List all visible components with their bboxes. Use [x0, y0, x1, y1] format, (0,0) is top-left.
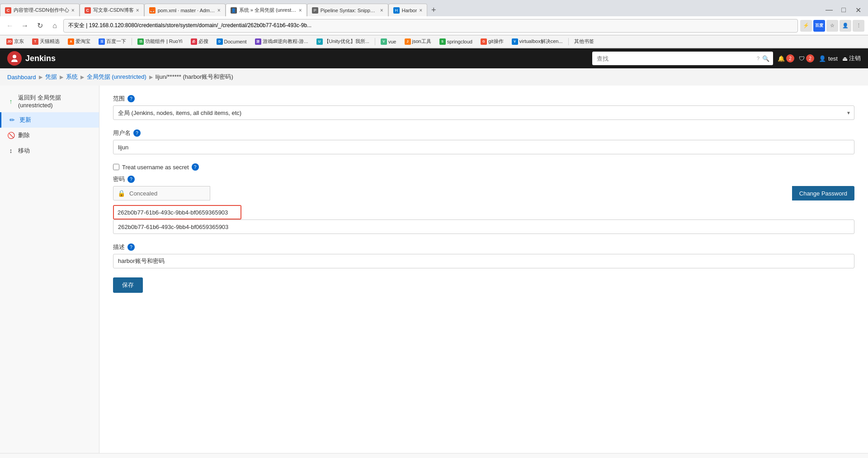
jenkins-app: Jenkins 🔍 ? 🔔 2 🛡 2 👤 test ⏏ 注销 [0, 48, 868, 458]
tab-close-4[interactable]: × [299, 7, 302, 14]
tab-csdn-content[interactable]: C 内容管理-CSDN创作中心 × [0, 4, 80, 16]
bookmark-unity[interactable]: U 【Unity优化】我所... [314, 37, 372, 46]
bookmark-vb-icon: V [512, 38, 518, 45]
scope-section: 范围 ? 全局 (Jenkins, nodes, items, all chil… [113, 95, 854, 120]
breadcrumb-dashboard[interactable]: Dashboard [7, 74, 36, 81]
password-help-icon[interactable]: ? [127, 176, 135, 183]
username-section: 用户名 ? [113, 129, 854, 154]
bookmark-doc-icon: D [217, 38, 223, 45]
bookmark-aitaobao[interactable]: A 爱淘宝 [65, 37, 93, 46]
id-highlighted-input[interactable] [114, 206, 241, 219]
sidebar-item-move[interactable]: ↕ 移动 [0, 143, 99, 158]
bookmark-bisou[interactable]: 必 必搜 [188, 37, 211, 46]
forward-button[interactable]: → [19, 19, 31, 32]
security-count: 2 [806, 54, 814, 62]
tab-pom[interactable]: 🦊 pom.xml · master · Administ... × [144, 4, 226, 16]
bookmark-bisou-label: 必搜 [198, 38, 208, 45]
tab-close-5[interactable]: × [380, 7, 383, 14]
treat-username-checkbox[interactable] [113, 164, 119, 170]
bookmark-more[interactable]: 其他书签 [571, 37, 597, 46]
maximize-button[interactable]: □ [837, 4, 850, 16]
description-input[interactable] [113, 254, 854, 268]
refresh-button[interactable]: ↻ [33, 19, 46, 32]
bookmark-ruoyi-label: 功能组件 | RuoYi [145, 38, 183, 45]
close-button[interactable]: ✕ [852, 4, 864, 16]
extensions-button[interactable]: ⚡ [800, 20, 812, 32]
bookmark-sc-label: springcloud [447, 39, 472, 44]
bookmark-git[interactable]: G git操作 [478, 37, 506, 46]
logout-icon: ⏏ [842, 55, 848, 62]
treat-username-help-icon[interactable]: ? [192, 163, 199, 171]
breadcrumb-system[interactable]: 系统 [66, 73, 78, 81]
main-content: 范围 ? 全局 (Jenkins, nodes, items, all chil… [99, 86, 868, 453]
username-help-icon[interactable]: ? [133, 129, 141, 137]
sidebar-item-update[interactable]: ✏ 更新 [0, 112, 99, 128]
baidu-ext-button[interactable]: 百度 [813, 20, 825, 32]
sidebar-item-back[interactable]: ↑ 返回到 全局凭据 (unrestricted) [0, 90, 99, 112]
scope-select[interactable]: 全局 (Jenkins, nodes, items, all child ite… [113, 105, 854, 120]
menu-button[interactable]: ⋮ [853, 20, 864, 32]
bookmark-vue[interactable]: V vue [378, 38, 399, 46]
id-background-input[interactable] [113, 219, 854, 234]
bookmark-doc-label: Document [224, 39, 247, 44]
logout-button[interactable]: ⏏ 注销 [842, 54, 861, 62]
breadcrumb-sep-3: ▶ [80, 74, 84, 80]
tab-label-6: Harbor [402, 8, 417, 13]
id-overlap-container [113, 219, 854, 234]
user-menu[interactable]: 👤 test [819, 55, 838, 62]
bookmark-ruoyi-icon: 功 [137, 38, 144, 45]
browser-chrome: C 内容管理-CSDN创作中心 × C 写文章-CSDN博客 × 🦊 pom.x… [0, 0, 868, 48]
sidebar-item-delete[interactable]: 🚫 删除 [0, 128, 99, 143]
bookmark-unity-label: 【Unity优化】我所... [324, 38, 369, 45]
bookmark-git-icon: G [481, 38, 487, 45]
tab-harbor[interactable]: H Harbor × [388, 4, 428, 16]
address-bar[interactable] [63, 19, 798, 33]
security-badge[interactable]: 🛡 2 [799, 54, 814, 62]
tab-jenkins-credentials[interactable]: 👤 系统 » 全局凭据 (unrestric... × [226, 4, 307, 16]
bookmark-json[interactable]: J json工具 [402, 37, 434, 46]
bookmark-game[interactable]: 游 游戏dll逆向教程-游... [252, 37, 311, 46]
minimize-button[interactable]: — [823, 4, 835, 16]
breadcrumb-global-credentials[interactable]: 全局凭据 (unrestricted) [87, 73, 146, 81]
bookmark-more-label: 其他书签 [574, 38, 594, 45]
scope-help-icon[interactable]: ? [127, 95, 135, 102]
profile-button[interactable]: 👤 [840, 20, 851, 32]
breadcrumb-sep-4: ▶ [149, 74, 153, 80]
breadcrumb-credentials[interactable]: 凭据 [45, 73, 57, 81]
tab-csdn-write[interactable]: C 写文章-CSDN博客 × [80, 4, 144, 16]
bookmark-document[interactable]: D Document [214, 38, 250, 46]
description-help-icon[interactable]: ? [127, 243, 135, 251]
password-input[interactable] [113, 186, 210, 200]
tab-label-2: 写文章-CSDN博客 [93, 7, 134, 14]
change-password-button[interactable]: Change Password [792, 186, 854, 200]
id-section: ID ? [113, 210, 854, 234]
tab-close-2[interactable]: × [136, 7, 139, 14]
bookmark-tianmao[interactable]: T 天猫精选 [29, 37, 62, 46]
notifications-bell[interactable]: 🔔 2 [778, 54, 794, 62]
home-button[interactable]: ⌂ [48, 19, 61, 32]
bookmark-virtualbox[interactable]: V virtualbox解决cen... [509, 37, 566, 46]
bookmark-game-icon: 游 [255, 38, 261, 45]
bookmark-ruoyi[interactable]: 功 功能组件 | RuoYi [135, 37, 185, 46]
jenkins-search[interactable]: 🔍 ? [592, 52, 773, 65]
description-section: 描述 ? [113, 243, 854, 268]
search-input[interactable] [592, 52, 773, 65]
bookmark-jd[interactable]: JD 京东 [4, 37, 27, 46]
jenkins-header-actions: 🔔 2 🛡 2 👤 test ⏏ 注销 [778, 54, 861, 62]
tab-pipeline[interactable]: P Pipeline Syntax: Snippet Ge... × [307, 4, 388, 16]
tab-label-1: 内容管理-CSDN创作中心 [14, 7, 69, 14]
new-tab-button[interactable]: + [427, 4, 440, 16]
back-button[interactable]: ← [4, 19, 16, 32]
save-button[interactable]: 保存 [113, 277, 143, 293]
bookmark-vue-label: vue [388, 39, 396, 44]
browser-controls: ← → ↻ ⌂ ⚡ 百度 ☆ 👤 ⋮ [0, 16, 868, 35]
tab-close-3[interactable]: × [217, 7, 221, 14]
username-input[interactable] [113, 140, 854, 154]
bookmark-springcloud[interactable]: S springcloud [437, 38, 475, 46]
tab-close-1[interactable]: × [71, 7, 75, 14]
bookmark-star-button[interactable]: ☆ [826, 20, 838, 32]
tab-close-6[interactable]: × [419, 7, 422, 14]
sidebar-delete-label: 删除 [18, 131, 30, 139]
bookmark-ai-icon: A [68, 38, 74, 45]
bookmark-baidu[interactable]: 百 百度一下 [96, 37, 129, 46]
